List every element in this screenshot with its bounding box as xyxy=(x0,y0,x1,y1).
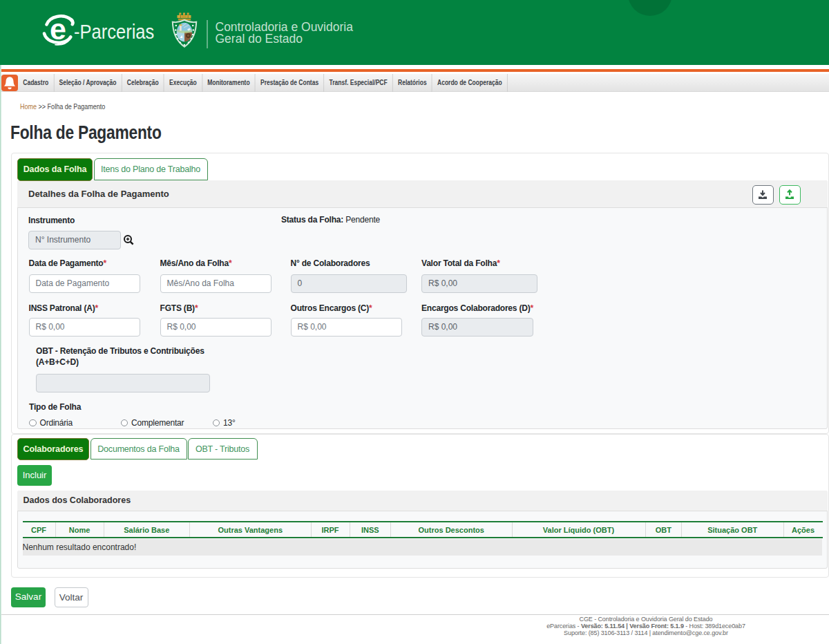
svg-text:e: e xyxy=(50,14,66,46)
